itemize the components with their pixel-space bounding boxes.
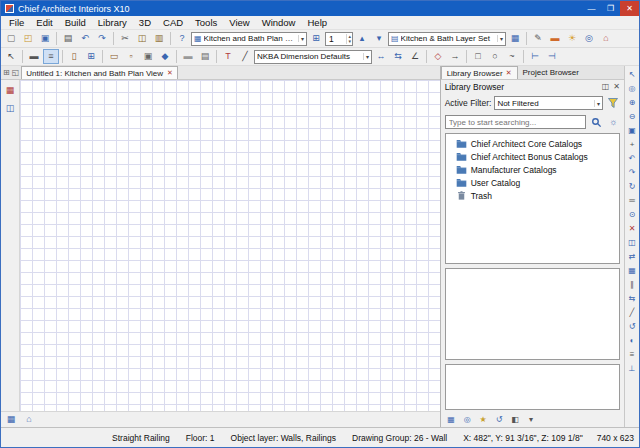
rotate-icon[interactable]: ↺ [626, 320, 639, 333]
camera-view-tab-icon[interactable]: ⌂ [21, 412, 37, 427]
plan-view-select[interactable]: ▦Kitchen and Bath Plan View▾ [191, 32, 307, 46]
tab-list-icon[interactable]: ⊞ [3, 68, 10, 77]
menu-build[interactable]: Build [59, 17, 92, 28]
close-button[interactable]: ✕ [620, 1, 639, 16]
floor-spinner[interactable]: 1▴▾ [325, 32, 353, 46]
reflect-icon[interactable]: ◐ [626, 334, 639, 347]
point-to-point-move-icon[interactable]: ⇆ [626, 292, 639, 305]
document-tab[interactable]: Untitled 1: Kitchen and Bath Plan View ✕ [21, 66, 178, 79]
menu-edit[interactable]: Edit [30, 17, 58, 28]
library-search-input[interactable] [445, 115, 586, 129]
panel-close-icon[interactable]: ✕ [613, 82, 620, 91]
spinner-down-icon[interactable]: ▾ [348, 39, 351, 44]
tree-item-trash[interactable]: Trash [446, 189, 619, 202]
auto-dimension-icon[interactable]: ⇆ [390, 49, 406, 64]
new-plan-icon[interactable]: ▢ [3, 31, 19, 46]
copy-paste-icon[interactable]: ◫ [626, 236, 639, 249]
tab-library-browser-close-icon[interactable]: ✕ [506, 69, 512, 77]
dock-icon[interactable]: ◫ [602, 82, 610, 91]
cross-section-view-icon[interactable]: ◫ [3, 101, 18, 116]
spline-tool-icon[interactable]: ~ [504, 49, 520, 64]
layer-set-select[interactable]: ▤Kitchen & Bath Layer Set▾ [388, 32, 506, 46]
menu-tools[interactable]: Tools [189, 17, 223, 28]
input-line-icon[interactable]: ╱ [626, 306, 639, 319]
zoom-out-icon[interactable]: ⊖ [626, 110, 639, 123]
floor-down-icon[interactable]: ▾ [371, 31, 387, 46]
base-cabinet-icon[interactable]: ▭ [106, 49, 122, 64]
redo-icon[interactable]: ↷ [94, 31, 110, 46]
color-roller-icon[interactable]: ▬ [547, 31, 563, 46]
zoom-in-icon[interactable]: ⊕ [626, 96, 639, 109]
break-line-icon[interactable]: ⊥ [626, 362, 639, 375]
document-tab-close-icon[interactable]: ✕ [167, 69, 173, 77]
tree-item-user-catalog[interactable]: User Catalog [446, 176, 619, 189]
menu-window[interactable]: Window [256, 17, 302, 28]
save-plan-icon[interactable]: ▣ [37, 31, 53, 46]
funnel-filter-icon[interactable] [606, 96, 620, 110]
menu-cad[interactable]: CAD [157, 17, 189, 28]
minimize-button[interactable]: — [582, 1, 601, 16]
select-objects-icon[interactable]: ↖ [3, 49, 19, 64]
angular-dimension-icon[interactable]: ∠ [407, 49, 423, 64]
saved-plan-views-icon[interactable]: ⊞ [308, 31, 324, 46]
library-preview-toggle-icon[interactable]: ◧ [509, 413, 522, 426]
stairs-icon[interactable]: ▤ [197, 49, 213, 64]
window-tool-icon[interactable]: ⊞ [83, 49, 99, 64]
library-browse-icon[interactable]: ▦ [445, 413, 458, 426]
select-next-icon[interactable]: ↖ [626, 68, 639, 81]
zoom-icon[interactable]: ◎ [626, 82, 639, 95]
door-tool-icon[interactable]: ▯ [66, 49, 82, 64]
open-plan-icon[interactable]: ◰ [20, 31, 36, 46]
floor-up-icon[interactable]: ▴ [354, 31, 370, 46]
menu-help[interactable]: Help [301, 17, 333, 28]
eyedropper-icon[interactable]: ✎ [530, 31, 546, 46]
layer-display-options-icon[interactable]: ▦ [507, 31, 523, 46]
text-tool-icon[interactable]: T [220, 49, 236, 64]
library-favorites-icon[interactable]: ★ [477, 413, 490, 426]
ruler-icon[interactable]: ═ [626, 194, 639, 207]
view-3d-icon[interactable]: ⌂ [598, 31, 614, 46]
plan-canvas[interactable] [20, 80, 440, 411]
tab-project-browser[interactable]: Project Browser [518, 66, 584, 79]
transform-replicate-icon[interactable]: ⇄ [626, 250, 639, 263]
straight-wall-icon[interactable]: ▬ [26, 49, 42, 64]
tab-library-browser[interactable]: Library Browser ✕ [441, 66, 518, 79]
cad-line-icon[interactable]: ╱ [237, 49, 253, 64]
filter-select[interactable]: Not Filtered ▾ [494, 96, 603, 110]
menu-3d[interactable]: 3D [133, 17, 157, 28]
arrow-tool-icon[interactable]: → [447, 49, 463, 64]
pan-window-icon[interactable]: + [626, 138, 639, 151]
box-tool-icon[interactable]: □ [470, 49, 486, 64]
appliance-icon[interactable]: ▣ [140, 49, 156, 64]
redo-zoom-icon[interactable]: ↷ [626, 166, 639, 179]
align-icon[interactable]: ≡ [626, 348, 639, 361]
menu-view[interactable]: View [223, 17, 255, 28]
dimension-defaults-select[interactable]: NKBA Dimension Defaults▾ [254, 50, 372, 64]
counter-icon[interactable]: ▬ [180, 49, 196, 64]
tree-item-bonus-catalogs[interactable]: Chief Architect Bonus Catalogs [446, 150, 619, 163]
cut-icon[interactable]: ✂ [117, 31, 133, 46]
library-search-icon[interactable]: ◎ [461, 413, 474, 426]
fixture-icon[interactable]: ◆ [157, 49, 173, 64]
spinner-arrows[interactable]: ▴▾ [346, 34, 352, 44]
multiple-copy-icon[interactable]: ▦ [626, 264, 639, 277]
float-view-icon[interactable]: ◱ [12, 68, 20, 77]
manual-dimension-icon[interactable]: ↔ [373, 49, 389, 64]
sunlight-icon[interactable]: ☀ [564, 31, 580, 46]
refresh-display-icon[interactable]: ↻ [626, 180, 639, 193]
undo-zoom-icon[interactable]: ↶ [626, 152, 639, 165]
fill-window-icon[interactable]: ▣ [626, 124, 639, 137]
help-icon[interactable]: ? [174, 31, 190, 46]
tree-item-core-catalogs[interactable]: Chief Architect Core Catalogs [446, 137, 619, 150]
menu-file[interactable]: File [3, 17, 30, 28]
copy-icon[interactable]: ◫ [134, 31, 150, 46]
straight-railing-icon[interactable]: ≡ [43, 49, 59, 64]
trim-tool-icon[interactable]: ⊢ [527, 49, 543, 64]
library-recent-icon[interactable]: ↺ [493, 413, 506, 426]
marker-icon[interactable]: ◇ [430, 49, 446, 64]
paste-icon[interactable]: ▥ [151, 31, 167, 46]
undo-icon[interactable]: ↶ [77, 31, 93, 46]
make-parallel-icon[interactable]: ∥ [626, 278, 639, 291]
point-marker-icon[interactable]: ⊙ [626, 208, 639, 221]
tree-item-manufacturer-catalogs[interactable]: Manufacturer Catalogs [446, 163, 619, 176]
